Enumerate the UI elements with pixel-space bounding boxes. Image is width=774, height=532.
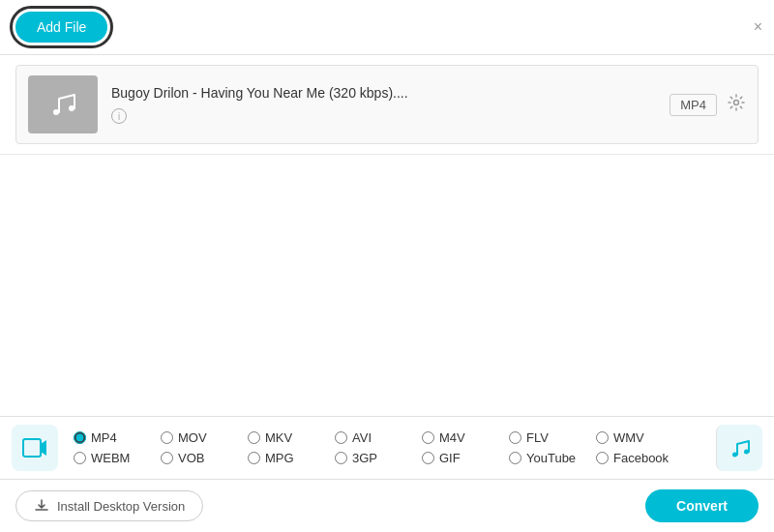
file-item: Bugoy Drilon - Having You Near Me (320 k…: [15, 65, 759, 144]
close-button[interactable]: ×: [754, 18, 762, 36]
format-option-m4v[interactable]: M4V: [422, 430, 490, 445]
format-option-youtube[interactable]: YouTube: [509, 451, 577, 465]
format-option-gif[interactable]: GIF: [422, 451, 490, 465]
format-option-wmv[interactable]: WMV: [596, 430, 664, 445]
audio-format-icon-box[interactable]: [716, 425, 762, 471]
svg-point-1: [69, 105, 74, 111]
install-desktop-button[interactable]: Install Desktop Version: [15, 490, 203, 521]
file-info: Bugoy Drilon - Having You Near Me (320 k…: [111, 85, 670, 125]
format-option-mp4[interactable]: MP4: [74, 430, 141, 445]
file-actions: MP4: [670, 93, 746, 117]
file-list: Bugoy Drilon - Having You Near Me (320 k…: [0, 55, 774, 155]
svg-point-5: [744, 450, 749, 455]
info-icon[interactable]: i: [111, 108, 127, 124]
settings-icon[interactable]: [727, 93, 746, 117]
format-option-mpg[interactable]: MPG: [248, 451, 315, 465]
format-row-1: MP4 MOV MKV AVI M4V FLV WM: [74, 430, 708, 445]
bottom-bar: MP4 MOV MKV AVI M4V FLV WM: [0, 416, 774, 532]
video-format-icon-box: [12, 425, 58, 471]
svg-point-2: [734, 100, 739, 104]
add-file-button[interactable]: Add File: [15, 12, 107, 43]
music-icon: [728, 435, 753, 460]
music-note-icon: [45, 87, 80, 122]
format-option-mov[interactable]: MOV: [161, 430, 228, 445]
format-option-webm[interactable]: WEBM: [74, 451, 141, 465]
format-badge[interactable]: MP4: [670, 94, 717, 116]
video-icon: [21, 434, 48, 461]
format-option-mkv[interactable]: MKV: [248, 430, 315, 445]
format-option-avi[interactable]: AVI: [335, 430, 402, 445]
svg-rect-3: [23, 439, 41, 457]
main-content-area: [0, 155, 774, 377]
format-option-3gp[interactable]: 3GP: [335, 451, 402, 465]
file-name: Bugoy Drilon - Having You Near Me (320 k…: [111, 85, 670, 101]
action-bar: Install Desktop Version Convert: [0, 480, 774, 532]
download-icon: [34, 498, 49, 514]
svg-point-0: [53, 109, 59, 115]
file-thumbnail: [28, 75, 98, 133]
format-option-facebook[interactable]: Facebook: [596, 451, 669, 465]
format-option-flv[interactable]: FLV: [509, 430, 577, 445]
format-section: MP4 MOV MKV AVI M4V FLV WM: [0, 417, 774, 480]
format-row-2: WEBM VOB MPG 3GP GIF YouTube: [74, 451, 708, 465]
convert-button[interactable]: Convert: [645, 489, 759, 522]
top-bar: Add File ×: [0, 0, 774, 55]
format-options: MP4 MOV MKV AVI M4V FLV WM: [74, 430, 708, 465]
svg-point-4: [732, 453, 737, 458]
format-option-vob[interactable]: VOB: [161, 451, 228, 465]
